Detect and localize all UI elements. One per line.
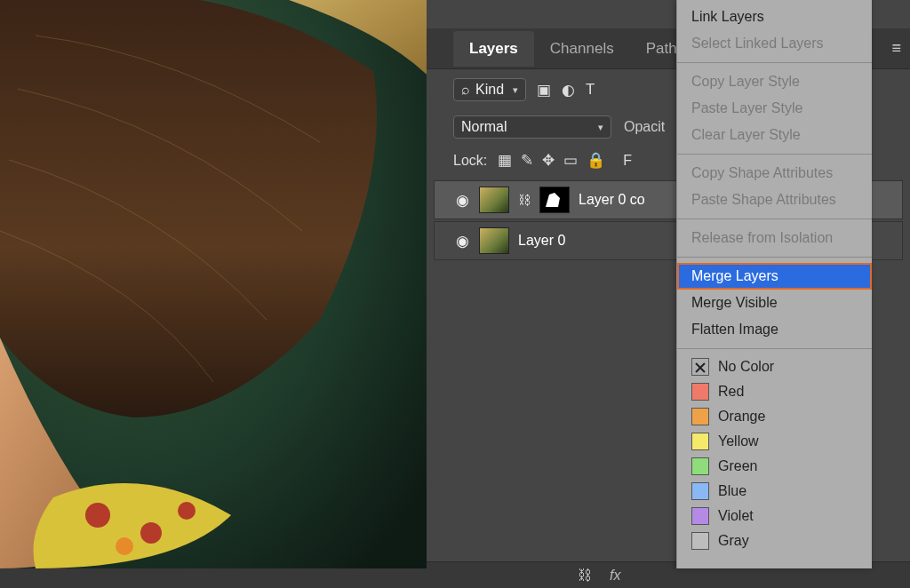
layer-name[interactable]: Layer 0 co [579, 192, 645, 208]
mask-link-icon[interactable]: ⛓ [518, 193, 531, 207]
color-label-text: Orange [718, 409, 765, 425]
svg-point-3 [178, 502, 196, 520]
tab-channels[interactable]: Channels [534, 31, 630, 67]
layer-context-menu: Link Layers Select Linked Layers Copy La… [676, 0, 872, 568]
menu-flatten-image[interactable]: Flatten Image [677, 316, 872, 343]
menu-separator [677, 154, 872, 155]
svg-point-4 [116, 537, 133, 555]
mask-thumbnail[interactable] [539, 187, 570, 213]
menu-copy-shape-attributes: Copy Shape Attributes [677, 160, 872, 187]
panel-menu-button[interactable]: ≡ [891, 39, 901, 58]
layer-thumbnail[interactable] [479, 187, 509, 213]
color-label-text: Gray [718, 533, 749, 549]
menu-clear-layer-style: Clear Layer Style [677, 122, 872, 148]
color-label-none[interactable]: No Color [677, 354, 872, 379]
lock-transparency-icon[interactable]: ▦ [498, 151, 512, 170]
color-label-blue[interactable]: Blue [677, 479, 872, 504]
lock-position-icon[interactable]: ✥ [542, 151, 555, 170]
opacity-label: Opacit [624, 119, 665, 135]
menu-paste-shape-attributes: Paste Shape Attributes [677, 187, 872, 213]
menu-select-linked-layers: Select Linked Layers [677, 30, 872, 57]
swatch-green [691, 457, 709, 475]
menu-paste-layer-style: Paste Layer Style [677, 95, 872, 122]
filter-adjustment-icon[interactable]: ◐ [562, 81, 575, 99]
color-label-text: Blue [718, 483, 746, 499]
svg-point-1 [85, 503, 110, 528]
menu-copy-layer-style: Copy Layer Style [677, 68, 872, 95]
filter-type-icons: ▣ ◐ T [537, 81, 595, 99]
lock-all-icon[interactable]: 🔒 [587, 151, 605, 170]
swatch-none [691, 358, 709, 376]
filter-kind-dropdown[interactable]: ⌕ Kind ▾ [453, 78, 526, 101]
lock-artboard-icon[interactable]: ▭ [563, 151, 578, 170]
fill-label: F [623, 153, 632, 169]
swatch-blue [691, 482, 709, 500]
color-label-gray[interactable]: Gray [677, 528, 872, 553]
color-label-text: No Color [718, 359, 774, 375]
menu-merge-layers[interactable]: Merge Layers [677, 263, 872, 290]
menu-merge-visible[interactable]: Merge Visible [677, 290, 872, 316]
blend-mode-value: Normal [461, 119, 507, 135]
menu-release-from-isolation: Release from Isolation [677, 225, 872, 251]
color-label-violet[interactable]: Violet [677, 504, 872, 528]
document-canvas[interactable] [0, 0, 427, 568]
menu-separator [677, 62, 872, 63]
color-label-text: Red [718, 384, 744, 400]
link-layers-icon[interactable]: ⛓ [578, 568, 592, 584]
tab-layers[interactable]: Layers [453, 31, 534, 67]
filter-type-icon[interactable]: T [586, 81, 595, 99]
svg-point-2 [140, 522, 162, 544]
color-label-text: Green [718, 458, 757, 474]
lock-pixels-icon[interactable]: ✎ [521, 151, 533, 170]
swatch-gray [691, 532, 709, 550]
swatch-violet [691, 507, 709, 525]
chevron-down-icon: ▾ [513, 84, 518, 96]
layer-thumbnail[interactable] [479, 227, 509, 254]
color-label-green[interactable]: Green [677, 454, 872, 479]
swatch-orange [691, 408, 709, 425]
chevron-down-icon: ▾ [598, 122, 603, 133]
color-label-yellow[interactable]: Yellow [677, 429, 872, 454]
menu-link-layers[interactable]: Link Layers [677, 4, 872, 30]
filter-pixel-icon[interactable]: ▣ [537, 81, 551, 99]
lock-label: Lock: [453, 153, 487, 169]
color-label-text: Yellow [718, 433, 759, 449]
layer-name[interactable]: Layer 0 [518, 233, 565, 249]
swatch-yellow [691, 433, 709, 450]
menu-separator [677, 348, 872, 349]
color-label-text: Violet [718, 508, 754, 524]
menu-separator [677, 219, 872, 219]
swatch-red [691, 383, 709, 401]
blend-mode-dropdown[interactable]: Normal ▾ [453, 115, 611, 139]
visibility-toggle[interactable]: ◉ [454, 191, 470, 210]
visibility-toggle[interactable]: ◉ [454, 232, 470, 250]
fx-button[interactable]: fx [610, 568, 620, 584]
menu-separator [677, 257, 872, 258]
filter-kind-label: Kind [475, 82, 504, 98]
search-icon: ⌕ [461, 82, 470, 98]
color-label-orange[interactable]: Orange [677, 404, 872, 429]
color-label-red[interactable]: Red [677, 379, 872, 404]
